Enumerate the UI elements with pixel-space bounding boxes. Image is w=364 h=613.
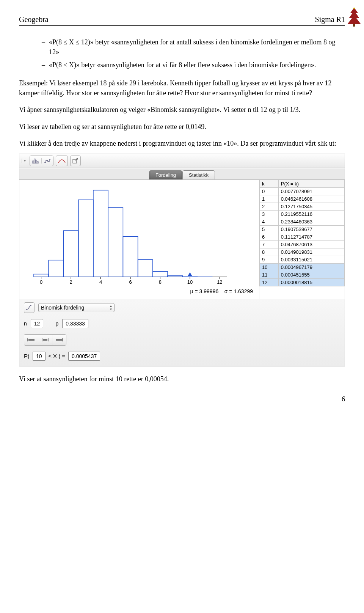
chart-area: 024681012 μ = 3.99996 σ = 1.63299 xyxy=(19,180,259,299)
table-row[interactable]: 00.0077078091 xyxy=(260,187,345,195)
geogebra-window: ▾ Fordeling Statistikk xyxy=(19,154,345,366)
tabs: Fordeling Statistikk xyxy=(19,169,345,179)
svg-rect-3 xyxy=(33,161,34,163)
bullet-item: – «P(8 ≤ X)» betyr «sannsynligheten for … xyxy=(42,60,345,70)
paragraph: Vi ser at sannsynligheten for minst 10 r… xyxy=(19,374,345,384)
distribution-select[interactable]: Binomisk fordeling ▲▼ xyxy=(38,303,115,312)
svg-rect-16 xyxy=(138,259,153,277)
histogram-icon[interactable] xyxy=(30,158,42,163)
calc-prefix: P( xyxy=(24,353,30,359)
normal-curve-icon[interactable] xyxy=(56,158,67,163)
page-number: 6 xyxy=(19,395,345,403)
tab-fordeling[interactable]: Fordeling xyxy=(149,170,182,179)
controls-panel: Binomisk fordeling ▲▼ n 12 p 0.33333 xyxy=(19,299,345,366)
svg-text:8: 8 xyxy=(159,279,162,285)
table-row[interactable]: 30.2119552116 xyxy=(260,210,345,218)
calc-x-input[interactable]: 10 xyxy=(33,352,46,361)
svg-rect-18 xyxy=(168,276,182,277)
svg-rect-5 xyxy=(36,160,37,163)
svg-rect-15 xyxy=(123,236,138,277)
table-header: P(X = k) xyxy=(278,180,344,187)
table-row[interactable]: 80.0149019831 xyxy=(260,248,345,256)
step-icon[interactable] xyxy=(42,158,53,163)
svg-text:0: 0 xyxy=(40,279,42,285)
distribution-name: Binomisk fordeling xyxy=(41,305,107,311)
curve-select-icon[interactable] xyxy=(24,302,35,313)
curve-group xyxy=(56,156,68,166)
svg-rect-37 xyxy=(28,339,35,341)
spinner-icon[interactable]: ▲▼ xyxy=(107,304,114,311)
table-row[interactable]: 60.1112714787 xyxy=(260,233,345,240)
svg-marker-36 xyxy=(188,272,192,276)
p-label: p xyxy=(55,321,58,327)
p-input[interactable]: 0.33333 xyxy=(62,319,88,328)
table-row[interactable]: 20.1271750345 xyxy=(260,203,345,210)
export-icon[interactable] xyxy=(70,156,81,166)
paragraph: Vi åpner sannsynlighetskalkulatoren og v… xyxy=(19,105,345,115)
paragraph: Eksempel: Vi løser eksempel 18 på side 2… xyxy=(19,78,345,98)
n-input[interactable]: 12 xyxy=(31,319,44,328)
svg-rect-13 xyxy=(93,190,108,277)
svg-rect-11 xyxy=(63,231,78,277)
svg-rect-12 xyxy=(78,200,93,277)
page-header: Geogebra Sigma R1 xyxy=(19,15,345,26)
svg-rect-38 xyxy=(43,339,47,341)
svg-point-2 xyxy=(353,8,355,9)
table-row[interactable]: 10.0462461608 xyxy=(260,195,345,203)
table-row[interactable]: 50.1907539677 xyxy=(260,225,345,233)
interval-mode-buttons xyxy=(24,334,66,346)
chart-type-group xyxy=(30,156,53,166)
table-row[interactable]: 70.0476870613 xyxy=(260,240,345,248)
table-header: k xyxy=(260,180,279,187)
binomial-bar-chart: 024681012 xyxy=(22,182,235,288)
right-tail-button[interactable] xyxy=(24,335,38,345)
mu-label: μ = 3.99996 xyxy=(190,288,219,294)
svg-rect-17 xyxy=(153,271,168,277)
table-row[interactable]: 90.0033115021 xyxy=(260,256,345,263)
svg-text:12: 12 xyxy=(217,279,222,285)
svg-rect-14 xyxy=(108,207,123,277)
tab-statistikk[interactable]: Statistikk xyxy=(182,170,215,179)
svg-rect-10 xyxy=(49,260,63,277)
svg-text:4: 4 xyxy=(99,279,102,285)
calc-relation: ≤ X ) = xyxy=(49,353,66,359)
sigma-label: σ = 1.63299 xyxy=(224,288,253,294)
tree-icon xyxy=(347,7,362,31)
svg-rect-6 xyxy=(37,162,38,163)
bullet-item: – «P(8 ≤ X ≤ 12)» betyr «sannsynligheten… xyxy=(42,37,345,57)
svg-text:2: 2 xyxy=(69,279,72,285)
svg-rect-4 xyxy=(34,159,35,163)
svg-marker-0 xyxy=(347,8,361,24)
header-left: Geogebra xyxy=(19,15,49,24)
header-right: Sigma R1 xyxy=(315,15,345,24)
calc-result: 0.0005437 xyxy=(68,352,100,361)
svg-rect-39 xyxy=(56,339,62,341)
table-row[interactable]: 110.000451555 xyxy=(260,271,345,278)
n-label: n xyxy=(24,321,27,327)
svg-text:6: 6 xyxy=(129,279,132,285)
toolbar: ▾ xyxy=(19,154,345,168)
bullet-text: «P(8 ≤ X ≤ 12)» betyr «sannsynligheten f… xyxy=(49,37,345,57)
svg-text:10: 10 xyxy=(187,279,193,285)
left-tail-button[interactable] xyxy=(52,335,66,345)
probability-calc-row: P( 10 ≤ X ) = 0.0005437 xyxy=(24,352,340,361)
bullet-list: – «P(8 ≤ X ≤ 12)» betyr «sannsynligheten… xyxy=(42,37,345,70)
toolbar-menu-arrow[interactable]: ▾ xyxy=(22,159,27,163)
distribution-stats: μ = 3.99996 σ = 1.63299 xyxy=(22,288,256,297)
bullet-text: «P(8 ≤ X)» betyr «sannsynligheten for at… xyxy=(49,60,316,70)
interval-button[interactable] xyxy=(38,335,52,345)
paragraph: Vi leser av tabellen og ser at sannsynli… xyxy=(19,122,345,132)
probability-table: kP(X = k)00.007707809110.046246160820.12… xyxy=(259,180,345,299)
table-row[interactable]: 120.0000018815 xyxy=(260,278,345,286)
svg-rect-1 xyxy=(353,24,355,27)
bullet-dash: – xyxy=(42,37,45,57)
bullet-dash: – xyxy=(42,60,45,70)
table-row[interactable]: 100.0004967179 xyxy=(260,263,345,271)
paragraph: Vi klikker å den tredje av knappene nede… xyxy=(19,138,345,148)
svg-rect-9 xyxy=(34,274,49,277)
table-row[interactable]: 40.2384460363 xyxy=(260,218,345,225)
